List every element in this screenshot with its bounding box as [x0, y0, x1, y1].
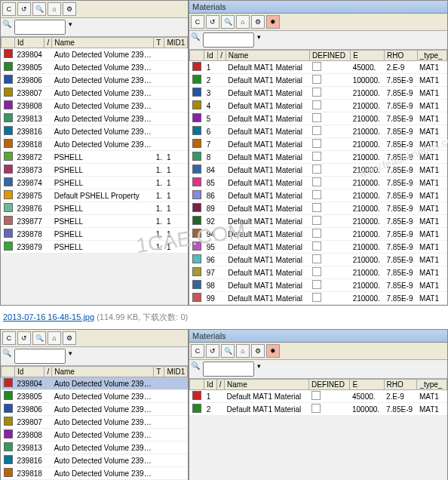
defined-checkbox[interactable] — [311, 391, 321, 400]
table-row[interactable]: 84Default MAT1 Material210000.7.85E-9MAT… — [190, 164, 447, 177]
defined-checkbox[interactable] — [312, 152, 321, 161]
defined-checkbox[interactable] — [312, 267, 321, 276]
table-row[interactable]: 239808Auto Detected Volume 239…2PSOLID — [2, 100, 189, 112]
defined-checkbox[interactable] — [311, 404, 321, 413]
col-header[interactable]: Id — [204, 380, 216, 390]
table-row[interactable]: 239874PSHELL1.1PSHELL — [2, 177, 189, 189]
table-row[interactable]: 239805Auto Detected Volume 239…2PSOLID — [2, 61, 189, 74]
col-header[interactable]: Name — [52, 367, 154, 377]
table-row[interactable]: 95Default MAT1 Material210000.7.85E-9MAT… — [190, 241, 447, 254]
toolbar-btn-s[interactable]: ↺ — [17, 331, 31, 345]
toolbar-btn-c[interactable]: C — [191, 15, 204, 29]
search-input[interactable] — [14, 20, 66, 35]
col-header[interactable]: E — [350, 380, 384, 390]
table-row[interactable]: 239813Auto Detected Volume 239…2PSOLID — [2, 442, 189, 454]
table-row[interactable]: 99Default MAT1 Material210000.7.85E-9MAT… — [190, 292, 447, 305]
table-row[interactable]: 239873PSHELL1.1PSHELL — [2, 164, 189, 177]
table-row[interactable]: 86Default MAT1 Material210000.7.85E-9MAT… — [190, 189, 447, 202]
caption-link[interactable]: 2013-07-16 16-48-15.jpg — [3, 312, 94, 322]
toolbar-btn-g[interactable]: ⚙ — [63, 2, 76, 16]
table-row[interactable]: 239818Auto Detected Volume 239…2PSOLID — [2, 138, 189, 151]
table-row[interactable]: 94Default MAT1 Material210000.7.85E-9MAT… — [190, 228, 447, 241]
col-header[interactable]: / — [44, 367, 52, 377]
defined-checkbox[interactable] — [312, 177, 321, 186]
col-header[interactable]: T — [154, 38, 164, 48]
table-row[interactable]: 5Default MAT1 Material210000.7.85E-9MAT1 — [190, 112, 447, 125]
defined-checkbox[interactable] — [312, 88, 321, 97]
defined-checkbox[interactable] — [312, 165, 321, 174]
table-row[interactable]: 239804Auto Detected Volume 239…2PSOLID — [2, 48, 189, 61]
col-header[interactable] — [190, 380, 204, 390]
toolbar-btn-q[interactable]: 🔍 — [221, 15, 235, 29]
table-row[interactable]: 6Default MAT1 Material210000.7.85E-9MAT1 — [190, 125, 447, 138]
defined-checkbox[interactable] — [312, 190, 321, 199]
col-header[interactable]: / — [216, 380, 224, 390]
toolbar-btn-q[interactable]: 🔍 — [32, 2, 46, 16]
toolbar-btn-h[interactable]: ⌂ — [48, 331, 61, 345]
col-header[interactable]: Name — [225, 380, 309, 390]
defined-checkbox[interactable] — [312, 254, 321, 263]
col-header[interactable]: DEFINED — [310, 51, 351, 61]
table-row[interactable]: 98Default MAT1 Material210000.7.85E-9MAT… — [190, 279, 447, 292]
col-header[interactable]: E — [351, 51, 385, 61]
toolbar-btn-g[interactable]: ⚙ — [251, 15, 265, 29]
table-row[interactable]: 3Default MAT1 Material210000.7.85E-9MAT1 — [190, 87, 447, 100]
col-header[interactable]: RHO — [384, 51, 417, 61]
table-row[interactable]: 239879PSHELL1.1PSHELL — [2, 241, 189, 254]
col-header[interactable]: MID1 — [164, 38, 188, 48]
table-row[interactable]: 239876PSHELL1.1PSHELL — [2, 202, 189, 215]
col-header[interactable]: MID1 — [164, 367, 188, 377]
table-row[interactable]: 239877PSHELL1.1PSHELL — [2, 215, 189, 228]
table-row[interactable]: 239808Auto Detected Volume 239…2PSOLID — [2, 429, 189, 442]
toolbar-btn-*[interactable]: ✸ — [266, 344, 280, 358]
col-header[interactable] — [2, 38, 15, 48]
table-row[interactable]: 239813Auto Detected Volume 239…2PSOLID — [2, 112, 189, 125]
defined-checkbox[interactable] — [312, 126, 321, 135]
toolbar-btn-h[interactable]: ⌂ — [48, 2, 61, 16]
dropdown-icon[interactable] — [257, 362, 261, 377]
col-header[interactable]: _type_ — [417, 51, 446, 61]
table-row[interactable]: 89Default MAT1 Material210000.7.85E-9MAT… — [190, 202, 447, 215]
search-input[interactable] — [203, 362, 254, 377]
table-row[interactable]: 239872PSHELL1.1PSHELL — [2, 151, 189, 164]
col-header[interactable]: RHO — [384, 380, 417, 390]
defined-checkbox[interactable] — [312, 113, 321, 122]
defined-checkbox[interactable] — [312, 280, 321, 289]
toolbar-btn-g[interactable]: ⚙ — [251, 344, 265, 358]
table-row[interactable]: 239818Auto Detected Volume 239…2PSOLID — [2, 467, 189, 480]
col-header[interactable]: Id — [15, 367, 44, 377]
table-row[interactable]: 2Default MAT1 Material100000.7.85E-9MAT1 — [190, 74, 447, 87]
table-row[interactable]: 239807Auto Detected Volume 239…2PSOLID — [2, 416, 189, 429]
table-row[interactable]: 97Default MAT1 Material210000.7.85E-9MAT… — [190, 266, 447, 279]
table-row[interactable]: 239805Auto Detected Volume 239…2PSOLID — [2, 390, 189, 403]
col-header[interactable] — [190, 51, 204, 61]
table-row[interactable]: 239804Auto Detected Volume 239…2PSOLID — [2, 377, 189, 390]
toolbar-btn-s[interactable]: ↺ — [17, 2, 31, 16]
defined-checkbox[interactable] — [312, 242, 321, 251]
toolbar-btn-s[interactable]: ↺ — [206, 15, 219, 29]
table-row[interactable]: 4Default MAT1 Material210000.7.85E-9MAT1 — [190, 100, 447, 112]
table-row[interactable]: 239878PSHELL1.1PSHELL — [2, 228, 189, 241]
toolbar-btn-c[interactable]: C — [191, 344, 204, 358]
table-row[interactable]: 239806Auto Detected Volume 239…2PSOLID — [2, 403, 189, 416]
table-row[interactable]: 239875Default PSHELL Property1.1PSHELL — [2, 189, 189, 202]
col-header[interactable]: Name — [52, 38, 154, 48]
toolbar-btn-c[interactable]: C — [2, 2, 16, 16]
table-row[interactable]: 239806Auto Detected Volume 239…2PSOLID — [2, 74, 189, 87]
table-row[interactable]: 92Default MAT1 Material210000.7.85E-9MAT… — [190, 215, 447, 228]
toolbar-btn-q[interactable]: 🔍 — [32, 331, 46, 345]
dropdown-icon[interactable] — [257, 32, 261, 48]
col-header[interactable]: Name — [226, 51, 309, 61]
table-row[interactable]: 1Default MAT1 Material45000.2.E-9MAT1 — [190, 61, 447, 74]
defined-checkbox[interactable] — [312, 100, 321, 109]
dropdown-icon[interactable] — [69, 349, 72, 364]
table-row[interactable]: 85Default MAT1 Material210000.7.85E-9MAT… — [190, 177, 447, 189]
defined-checkbox[interactable] — [312, 203, 321, 212]
defined-checkbox[interactable] — [312, 139, 321, 148]
dropdown-icon[interactable] — [69, 20, 72, 35]
col-header[interactable]: Id — [15, 38, 44, 48]
toolbar-btn-g[interactable]: ⚙ — [63, 331, 76, 345]
col-header[interactable] — [2, 367, 15, 377]
col-header[interactable]: / — [44, 38, 52, 48]
table-row[interactable]: 239816Auto Detected Volume 239…2PSOLID — [2, 454, 189, 467]
